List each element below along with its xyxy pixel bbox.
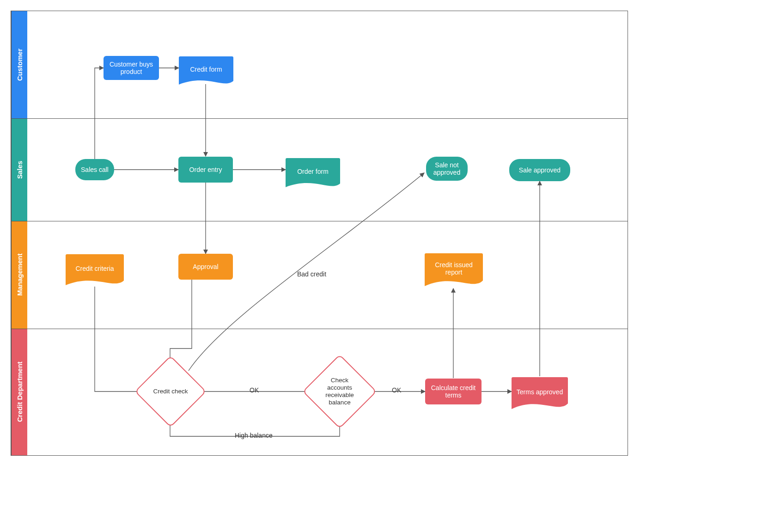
- node-sale-not-approved[interactable]: Sale not approved: [426, 157, 468, 181]
- lane-label: Management: [16, 254, 24, 296]
- lane-label: Credit Department: [16, 362, 24, 422]
- node-credit-form[interactable]: Credit form: [179, 55, 233, 88]
- lane-label: Sales: [16, 160, 24, 178]
- node-sale-approved[interactable]: Sale approved: [509, 159, 570, 181]
- node-approval[interactable]: Approval: [178, 254, 233, 280]
- node-terms-approved[interactable]: Terms approved: [512, 376, 568, 413]
- node-label: Order form: [297, 168, 329, 175]
- node-label: Check accounts receivable balance: [325, 377, 354, 406]
- node-order-form[interactable]: Order form: [286, 157, 340, 191]
- lane-separator: [11, 118, 628, 119]
- edge-label-bad-credit: Bad credit: [297, 270, 326, 278]
- lane-header-sales: Sales: [11, 118, 27, 221]
- lane-header-management: Management: [11, 221, 27, 329]
- node-credit-issued-report[interactable]: Credit issued report: [425, 252, 483, 290]
- node-label: Sale not approved: [429, 161, 465, 176]
- edge-label-ok-2: OK: [392, 386, 401, 394]
- node-check-ar-balance[interactable]: Check accounts receivable balance: [313, 365, 366, 418]
- node-label: Credit issued report: [427, 261, 480, 276]
- lane-header-credit: Credit Department: [11, 329, 27, 455]
- swimlane-diagram: Customer Sales Management Credit Departm…: [11, 11, 628, 456]
- node-label: Calculate credit terms: [428, 384, 479, 399]
- node-label: Credit criteria: [75, 265, 114, 272]
- edge-label-high-balance: High balance: [235, 432, 273, 439]
- lane-label: Customer: [16, 49, 24, 81]
- node-order-entry[interactable]: Order entry: [178, 157, 233, 183]
- node-label: Credit form: [190, 66, 222, 73]
- node-label: Sale approved: [519, 166, 561, 174]
- node-label: Approval: [193, 263, 218, 270]
- node-credit-criteria[interactable]: Credit criteria: [66, 253, 124, 289]
- node-customer-buys[interactable]: Customer buys product: [104, 56, 159, 80]
- node-label: Customer buys product: [106, 61, 156, 75]
- lane-separator: [11, 221, 628, 221]
- node-label: Order entry: [189, 166, 222, 173]
- node-credit-check[interactable]: Credit check: [145, 366, 196, 417]
- edge-label-ok-1: OK: [250, 386, 259, 394]
- node-sales-call[interactable]: Sales call: [75, 159, 114, 180]
- node-label: Terms approved: [517, 388, 563, 396]
- node-label: Credit check: [153, 388, 188, 395]
- node-calc-terms[interactable]: Calculate credit terms: [425, 379, 482, 404]
- node-label: Sales call: [81, 166, 109, 173]
- lane-header-customer: Customer: [11, 11, 27, 118]
- lane-separator: [11, 329, 628, 329]
